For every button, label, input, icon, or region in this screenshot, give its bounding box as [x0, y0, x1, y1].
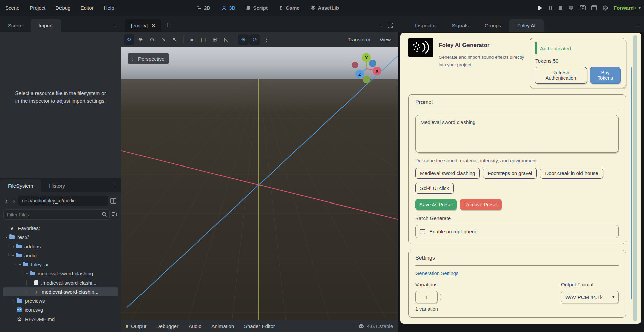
collapse-arrow-icon[interactable]: › — [11, 298, 17, 303]
stop-button[interactable] — [558, 6, 563, 10]
viewport-3d[interactable]: ⋮ Perspective Y X Z — [121, 47, 398, 320]
view-menu[interactable]: View — [375, 37, 395, 42]
bottom-tab-shader-editor[interactable]: Shader Editor — [244, 323, 275, 329]
play-button[interactable] — [538, 5, 543, 11]
dock-menu-icon[interactable]: ⋮ — [111, 22, 121, 32]
expand-arrow-icon[interactable]: › — [18, 262, 23, 267]
generation-settings-link[interactable]: Generation Settings — [415, 271, 619, 276]
variations-input[interactable] — [415, 291, 438, 303]
workspace-script[interactable]: Script — [246, 5, 268, 11]
menu-debug[interactable]: Debug — [55, 5, 70, 11]
expand-arrow-icon[interactable]: › — [4, 235, 9, 240]
dock-menu-icon[interactable]: ⋮ — [111, 182, 121, 192]
preset-chip-door-creak[interactable]: Door creak in old house — [540, 168, 603, 179]
toggle-split-mode-icon[interactable] — [109, 198, 118, 204]
stepper-down-icon[interactable]: ∨ — [439, 297, 442, 301]
transform-menu[interactable]: Transform — [343, 37, 375, 42]
new-scene-tab-button[interactable]: + — [161, 21, 174, 32]
preview-environment-icon[interactable]: ⊚ — [249, 34, 260, 45]
filter-files-input[interactable] — [3, 209, 110, 220]
prompt-textarea[interactable]: Medieval sword clashing — [415, 115, 619, 153]
preset-chip-footsteps[interactable]: Footsteps on gravel — [483, 168, 537, 179]
nav-back-icon[interactable]: ‹ — [3, 197, 10, 204]
menu-project[interactable]: Project — [30, 5, 46, 11]
tool-rotate-icon[interactable]: ⊙ — [147, 34, 157, 45]
tree-item-readme[interactable]: ⚙ README.md — [3, 315, 118, 324]
enable-queue-checkbox[interactable] — [420, 229, 425, 234]
prompt-queue-row[interactable]: Enable prompt queue — [415, 225, 619, 238]
bottom-tab-output[interactable]: Output — [131, 323, 146, 329]
preset-chip-scifi[interactable]: Sci-fi UI click — [415, 183, 454, 194]
variations-stepper[interactable]: ∧ ∨ — [439, 293, 442, 301]
tab-foley-ai[interactable]: Foley AI — [509, 19, 544, 32]
expand-arrow-icon[interactable]: › — [25, 271, 30, 276]
group-icon[interactable]: ⊞ — [209, 34, 220, 45]
unlock-icon[interactable]: ▢ — [198, 34, 209, 45]
lock-icon[interactable]: ▣ — [187, 34, 197, 45]
perspective-menu[interactable]: ⋮ Perspective — [128, 53, 169, 64]
remove-preset-button[interactable]: Remove Preset — [460, 199, 502, 210]
path-field[interactable] — [18, 196, 108, 206]
preset-chip-medieval[interactable]: Medieval sword clashing — [415, 168, 480, 179]
scene-tabs-menu-icon[interactable]: ⋮ — [377, 22, 387, 32]
dock-menu-icon[interactable]: ⋮ — [634, 22, 644, 32]
nav-forward-icon[interactable]: › — [11, 197, 17, 204]
selection-cursor-icon[interactable]: ↖ — [169, 34, 180, 45]
menu-help[interactable]: Help — [104, 5, 114, 11]
folder-icon — [17, 299, 22, 303]
preview-sun-icon[interactable]: ☀ — [238, 34, 249, 45]
remote-debug-icon[interactable] — [568, 5, 574, 11]
pause-button[interactable] — [549, 6, 553, 10]
refresh-authentication-button[interactable]: Refresh Authentication — [535, 67, 587, 84]
tree-item-icon-svg[interactable]: icon.svg — [3, 305, 118, 315]
tab-filesystem[interactable]: FileSystem — [0, 179, 41, 192]
expand-arrow-icon[interactable]: › — [11, 253, 16, 258]
star-icon: ★ — [9, 225, 15, 231]
ruler-icon[interactable]: ◺ — [221, 34, 232, 45]
sort-files-icon[interactable] — [112, 211, 118, 218]
view-axes-gizmo[interactable]: Y X Z — [347, 49, 386, 88]
tool-scale-icon[interactable]: ↘ — [158, 34, 169, 45]
tree-item-foley-ai[interactable]: └ › foley_ai — [3, 260, 118, 269]
collapse-arrow-icon[interactable]: › — [11, 244, 16, 249]
tree-item-audio[interactable]: └ › audio — [3, 251, 118, 260]
tab-history[interactable]: History — [41, 179, 73, 192]
distraction-free-icon[interactable] — [387, 22, 398, 32]
tool-move-icon[interactable]: ⊕ — [135, 34, 146, 45]
output-format-dropdown[interactable]: WAV PCM 44.1k ▾ — [561, 291, 619, 303]
tab-inspector[interactable]: Inspector — [407, 19, 444, 32]
scene-tab-empty[interactable]: [empty] × — [125, 19, 161, 32]
tree-item-favorites[interactable]: ★ Favorites: — [3, 224, 118, 233]
stepper-up-icon[interactable]: ∧ — [439, 293, 442, 297]
tool-select-icon[interactable]: ↻ — [124, 34, 134, 45]
movie-maker-icon[interactable] — [603, 5, 608, 11]
menu-scene[interactable]: Scene — [5, 5, 20, 11]
tree-item-addons[interactable]: │ › addons — [3, 242, 118, 251]
close-icon[interactable]: × — [152, 23, 155, 28]
bottom-tab-debugger[interactable]: Debugger — [156, 323, 178, 329]
renderer-dropdown[interactable]: Forward+ ▾ — [614, 5, 641, 11]
tab-import-dock[interactable]: Import — [31, 19, 61, 32]
workspace-3d[interactable]: 3D — [221, 5, 235, 11]
tree-item-res[interactable]: › res:// — [3, 233, 118, 242]
menu-editor[interactable]: Editor — [80, 5, 93, 11]
buy-tokens-button[interactable]: Buy Tokens — [590, 67, 621, 84]
tree-item-audio-file-selected[interactable]: │ ♪ medieval-sword-clashin... — [3, 287, 118, 296]
panel-scrollbar[interactable] — [633, 35, 637, 321]
play-scene-button[interactable] — [580, 5, 586, 10]
tab-scene-dock[interactable]: Scene — [0, 19, 31, 32]
version-info[interactable]: 4.6.1.stable — [353, 323, 393, 330]
bottom-tab-animation[interactable]: Animation — [211, 323, 234, 329]
tree-item-medieval-sword-clashing-folder[interactable]: └ › medieval-sword-clashing — [3, 269, 118, 278]
save-as-preset-button[interactable]: Save As Preset — [415, 199, 457, 210]
tab-groups[interactable]: Groups — [477, 19, 509, 32]
play-custom-scene-button[interactable] — [591, 5, 597, 10]
bottom-tab-audio[interactable]: Audio — [189, 323, 201, 329]
workspace-game[interactable]: Game — [278, 5, 300, 11]
tree-item-import-file[interactable]: │ .medieval-sword-clashi... — [3, 278, 118, 287]
tree-item-previews[interactable]: › previews — [3, 296, 118, 305]
workspace-assetlib[interactable]: AssetLib — [311, 5, 339, 11]
toolbar-more-icon[interactable]: ⋮ — [261, 34, 272, 45]
workspace-2d[interactable]: 2D — [197, 5, 210, 11]
tab-signals[interactable]: Signals — [444, 19, 477, 32]
